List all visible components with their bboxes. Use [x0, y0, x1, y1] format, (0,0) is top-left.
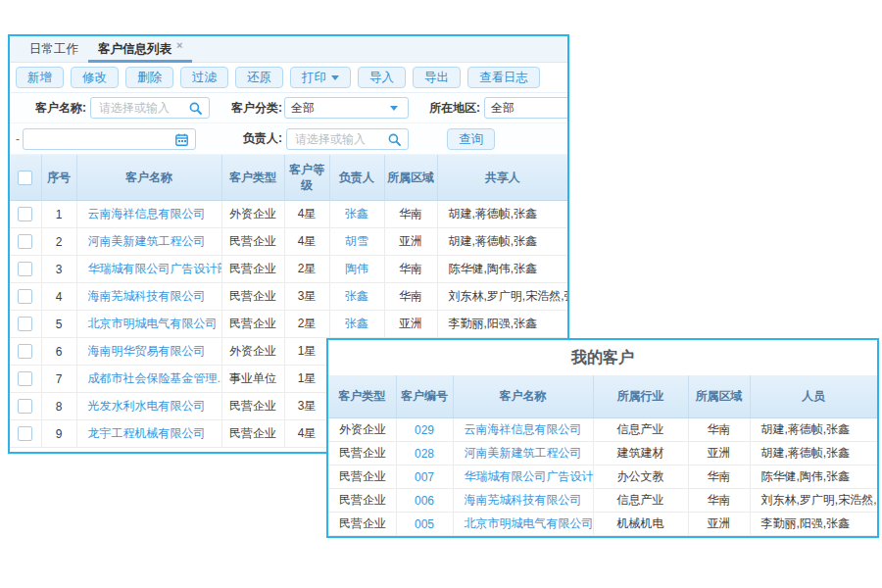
district-select[interactable]: 全部 [484, 97, 567, 119]
row-checkbox[interactable] [18, 262, 32, 276]
cell-level: 4星 [284, 201, 329, 228]
row-checkbox[interactable] [18, 399, 32, 414]
customer-code-link[interactable]: 029 [415, 423, 434, 437]
caret-down-icon [386, 106, 402, 111]
table-row: 5 北京市明城电气有限公司 民营企业 2星 张鑫 亚洲 李勤丽,阳强,张鑫 [10, 311, 567, 338]
customer-name-link[interactable]: 华瑞城有限公司广告设计部 [465, 469, 594, 483]
row-checkbox[interactable] [18, 207, 32, 221]
cell-level: 4星 [284, 420, 329, 448]
cell-type: 民营企业 [221, 311, 284, 338]
cell-industry: 信息产业 [593, 418, 688, 442]
customer-name-link[interactable]: 成都市社会保险基金管理... [88, 371, 222, 385]
date-input[interactable] [29, 131, 173, 147]
my-customers-title: 我的客户 [328, 340, 877, 375]
table-row: 4 海南芜城科技有限公司 民营企业 3星 张鑫 华南 刘东林,罗广明,宋浩然,张… [10, 283, 567, 311]
customer-code-link[interactable]: 007 [415, 470, 434, 484]
customer-name-link[interactable]: 海南芜城科技有限公司 [465, 493, 582, 507]
district-label: 所在地区: [423, 93, 480, 122]
owner-link[interactable]: 陶伟 [345, 262, 368, 275]
header-region: 所属区域 [384, 155, 437, 201]
cell-level: 1星 [284, 338, 329, 366]
screen: 日常工作 客户信息列表 × 新增 修改 删除 过滤 还原 打印 导入 导出 查看… [0, 0, 882, 588]
customer-category-label: 客户分类: [220, 93, 282, 122]
my-customers-table: 客户类型 客户编号 客户名称 所属行业 所属区域 人员 外资企业 029 云南海… [328, 375, 877, 536]
cell-people: 胡建,蒋德帧,张鑫 [750, 418, 877, 442]
export-button[interactable]: 导出 [413, 67, 461, 88]
table-header-row: 序号 客户名称 客户类型 客户等级 负责人 所属区域 共享人 [10, 155, 567, 201]
select-all-checkbox[interactable] [18, 171, 32, 185]
cell-type: 外资企业 [328, 418, 396, 442]
row-checkbox[interactable] [18, 344, 32, 359]
query-button[interactable]: 查询 [447, 128, 495, 150]
restore-button[interactable]: 还原 [235, 67, 283, 88]
cell-no: 9 [41, 420, 76, 448]
delete-button[interactable]: 删除 [125, 67, 173, 88]
header-industry: 所属行业 [593, 375, 688, 418]
customer-name-link[interactable]: 云南海祥信息有限公司 [88, 207, 206, 220]
header-checkbox-cell [10, 155, 41, 201]
cell-no: 3 [41, 256, 76, 283]
close-icon[interactable]: × [176, 39, 182, 51]
customer-name-link[interactable]: 海南芜城科技有限公司 [88, 289, 206, 303]
cell-type: 民营企业 [221, 420, 284, 448]
cell-no: 8 [41, 393, 76, 420]
cell-type: 民营企业 [221, 283, 284, 311]
view-log-button[interactable]: 查看日志 [467, 67, 540, 88]
cell-industry: 机械机电 [593, 513, 688, 536]
row-checkbox[interactable] [18, 234, 32, 249]
customer-code-link[interactable]: 005 [415, 517, 434, 531]
owner-input[interactable] [293, 131, 386, 147]
table-row: 民营企业 005 北京市明城电气有限公司 机械机电 亚洲 李勤丽,阳强,张鑫 [328, 513, 877, 536]
customer-code-link[interactable]: 028 [415, 447, 434, 461]
customer-name-field [90, 97, 210, 119]
table-row: 1 云南海祥信息有限公司 外资企业 4星 张鑫 华南 胡建,蒋德帧,张鑫 [10, 201, 567, 228]
import-button[interactable]: 导入 [358, 67, 406, 88]
filter-button[interactable]: 过滤 [180, 67, 228, 88]
table-row: 2 河南美新建筑工程公司 民营企业 4星 胡雪 亚洲 胡建,蒋德帧,张鑫 [10, 228, 567, 256]
filter-row-2: - 负责人: 查询 [10, 123, 567, 155]
header-owner: 负责人 [329, 155, 384, 201]
cell-region: 华南 [384, 256, 437, 283]
tab-daily-work[interactable]: 日常工作 [20, 36, 88, 62]
cell-level: 3星 [284, 283, 329, 311]
calendar-icon[interactable] [173, 133, 189, 146]
customer-name-input[interactable] [97, 100, 187, 116]
cell-no: 6 [41, 338, 76, 366]
cell-level: 4星 [284, 228, 329, 256]
customer-name-link[interactable]: 华瑞城有限公司广告设计部 [88, 262, 222, 275]
cell-no: 5 [41, 311, 76, 338]
tab-customer-list[interactable]: 客户信息列表 × [88, 36, 192, 62]
cell-no: 1 [41, 201, 76, 228]
customer-name-link[interactable]: 北京市明城电气有限公司 [465, 516, 594, 530]
search-icon[interactable] [187, 102, 203, 115]
table-row: 3 华瑞城有限公司广告设计部 民营企业 2星 陶伟 华南 陈华健,陶伟,张鑫 [10, 256, 567, 283]
row-checkbox[interactable] [18, 289, 32, 304]
search-icon[interactable] [386, 133, 402, 146]
owner-link[interactable]: 胡雪 [345, 234, 368, 248]
row-checkbox[interactable] [18, 371, 32, 386]
customer-name-link[interactable]: 龙宇工程机械有限公司 [88, 426, 206, 440]
header-shared: 共享人 [437, 155, 567, 201]
customer-category-select[interactable]: 全部 [284, 97, 409, 119]
row-checkbox[interactable] [18, 317, 32, 331]
edit-button[interactable]: 修改 [71, 67, 119, 88]
cell-region: 亚洲 [688, 442, 750, 466]
owner-field [286, 128, 409, 150]
owner-link[interactable]: 张鑫 [345, 289, 368, 303]
header-customer-name: 客户名称 [453, 375, 593, 418]
owner-link[interactable]: 张鑫 [345, 207, 368, 220]
row-checkbox[interactable] [18, 426, 32, 441]
customer-name-link[interactable]: 河南美新建筑工程公司 [465, 446, 582, 460]
owner-link[interactable]: 张鑫 [345, 317, 368, 330]
customer-name-link[interactable]: 光发水利水电有限公司 [88, 399, 206, 413]
cell-people: 李勤丽,阳强,张鑫 [750, 513, 877, 536]
print-button[interactable]: 打印 [290, 67, 351, 88]
cell-type: 民营企业 [328, 466, 396, 489]
customer-code-link[interactable]: 006 [415, 494, 434, 508]
cell-level: 2星 [284, 311, 329, 338]
customer-name-link[interactable]: 北京市明城电气有限公司 [88, 317, 218, 330]
customer-name-link[interactable]: 河南美新建筑工程公司 [88, 234, 206, 248]
customer-name-link[interactable]: 海南明华贸易有限公司 [88, 344, 206, 358]
add-button[interactable]: 新增 [16, 67, 64, 88]
customer-name-link[interactable]: 云南海祥信息有限公司 [465, 422, 582, 436]
